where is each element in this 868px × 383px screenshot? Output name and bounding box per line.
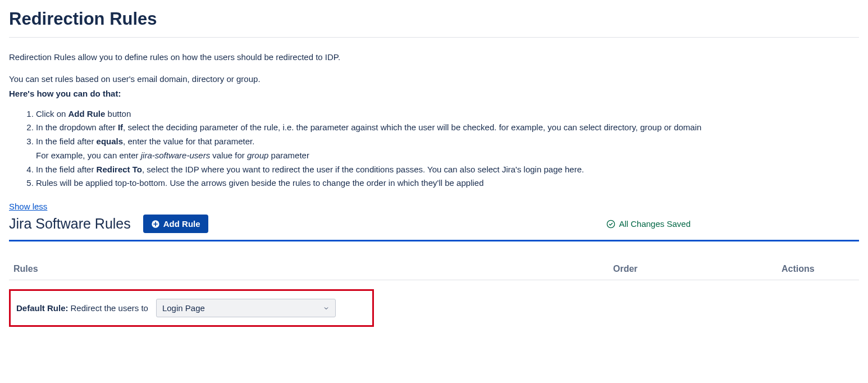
- saved-status: All Changes Saved: [606, 219, 691, 229]
- svg-point-1: [607, 220, 615, 227]
- plus-circle-icon: [151, 220, 160, 229]
- step-4: In the field after Redirect To, select t…: [36, 163, 859, 177]
- title-divider: [9, 37, 859, 38]
- intro-section: Redirection Rules allow you to define ru…: [9, 51, 859, 190]
- step-1: Click on Add Rule button: [36, 107, 859, 121]
- step-3: In the field after equals, enter the val…: [36, 135, 859, 163]
- intro-paragraph-1: Redirection Rules allow you to define ru…: [9, 51, 859, 64]
- intro-paragraph-2: You can set rules based on user's email …: [9, 73, 859, 86]
- table-top-border: [9, 240, 859, 241]
- check-circle-icon: [606, 220, 615, 229]
- step-5: Rules will be applied top-to-bottom. Use…: [36, 176, 859, 190]
- section-header: Jira Software Rules Add Rule All Changes…: [9, 215, 859, 233]
- default-rule-text: Redirect the users to: [71, 303, 148, 313]
- page-title: Redirection Rules: [9, 9, 859, 29]
- column-header-order: Order: [609, 258, 777, 280]
- show-less-link[interactable]: Show less: [9, 202, 47, 211]
- howto-steps: Click on Add Rule button In the dropdown…: [9, 107, 859, 191]
- section-title: Jira Software Rules: [9, 216, 131, 232]
- add-rule-label: Add Rule: [163, 219, 200, 229]
- step-2: In the dropdown after If, select the dec…: [36, 121, 859, 135]
- rules-table: Rules Order Actions: [9, 258, 859, 280]
- howto-label: Here's how you can do that:: [9, 88, 859, 101]
- column-header-rules: Rules: [9, 258, 609, 280]
- add-rule-button[interactable]: Add Rule: [143, 215, 208, 233]
- saved-status-text: All Changes Saved: [619, 219, 691, 229]
- default-rule-label: Default Rule:: [16, 303, 68, 313]
- column-header-actions: Actions: [777, 258, 859, 280]
- default-rule-row: Default Rule: Redirect the users to Logi…: [9, 289, 374, 327]
- redirect-select[interactable]: Login Page: [156, 299, 336, 317]
